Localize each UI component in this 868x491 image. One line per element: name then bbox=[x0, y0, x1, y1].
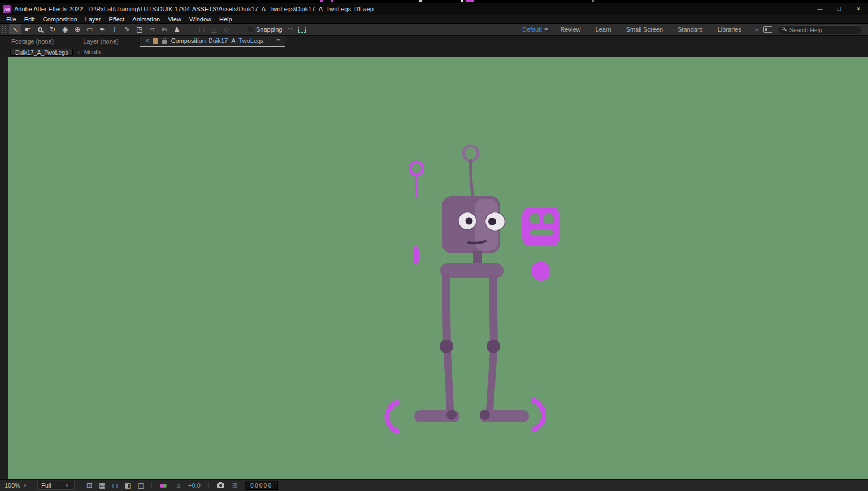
robot-right-pupil bbox=[488, 218, 496, 225]
roto-brush-tool-icon[interactable]: ✄ bbox=[158, 24, 171, 34]
comp-color-label-icon bbox=[153, 38, 158, 44]
snapshot-camera-icon[interactable] bbox=[217, 483, 224, 488]
workspace-libraries[interactable]: Libraries bbox=[710, 26, 749, 33]
snap-options-icon[interactable]: ◠ bbox=[288, 26, 293, 33]
menu-edit[interactable]: Edit bbox=[20, 16, 39, 23]
panel-grip-handle[interactable] bbox=[2, 26, 6, 33]
search-help-container bbox=[778, 24, 862, 34]
menu-effect[interactable]: Effect bbox=[105, 16, 128, 23]
robot-right-shin[interactable] bbox=[489, 346, 494, 415]
left-foot-controller-icon[interactable] bbox=[387, 402, 397, 431]
mask-visibility-icon[interactable]: ◻ bbox=[108, 481, 121, 489]
close-button[interactable]: ✕ bbox=[849, 3, 868, 15]
robot-right-knee[interactable] bbox=[487, 340, 500, 353]
zoom-level-dropdown[interactable]: 100% bbox=[5, 482, 20, 489]
artifact-dash bbox=[320, 0, 323, 2]
snapping-checkbox[interactable] bbox=[248, 27, 253, 32]
snapping-toggle[interactable]: Snapping ◠ bbox=[248, 26, 306, 33]
composition-viewport[interactable] bbox=[8, 57, 868, 479]
workspace-review[interactable]: Review bbox=[553, 26, 588, 33]
tab-layer[interactable]: Layer (none) bbox=[76, 38, 125, 45]
title-bar: Ae Adobe After Effects 2022 - D:\RxLab\T… bbox=[0, 3, 868, 15]
pixel-aspect-icon[interactable]: ◫ bbox=[134, 481, 147, 489]
zoom-caret-icon[interactable]: ∨ bbox=[23, 483, 27, 488]
workspace-default[interactable]: Default bbox=[515, 26, 544, 33]
navigator-parent-comp[interactable]: Mouth bbox=[84, 49, 101, 55]
rotation-tool-icon[interactable]: ↻ bbox=[46, 24, 59, 34]
menu-layer[interactable]: Layer bbox=[81, 16, 105, 23]
circle-controller-icon[interactable] bbox=[531, 262, 550, 281]
view-axis-mode-icon: ◇ bbox=[220, 24, 233, 34]
robot-right-ankle[interactable] bbox=[480, 410, 490, 420]
zoom-tool-icon[interactable] bbox=[34, 24, 46, 34]
robot-left-knee[interactable] bbox=[440, 340, 453, 353]
menu-composition[interactable]: Composition bbox=[39, 16, 81, 23]
footage-tab-state: (none) bbox=[36, 38, 54, 45]
panel-tab-bar: Footage (none) Layer (none) × Compositio… bbox=[0, 36, 868, 47]
clone-stamp-tool-icon[interactable]: ◳ bbox=[133, 24, 146, 34]
window-title: Adobe After Effects 2022 - D:\RxLab\Trai… bbox=[14, 6, 374, 12]
app-logo-icon: Ae bbox=[3, 5, 11, 13]
layer-tab-label: Layer bbox=[83, 38, 99, 45]
pan-behind-tool-icon[interactable]: ⊕ bbox=[71, 24, 84, 34]
panel-menu-icon[interactable]: ≡ bbox=[276, 37, 280, 45]
robot-character[interactable] bbox=[414, 146, 529, 422]
lollipop-controller-icon[interactable] bbox=[410, 162, 423, 175]
transparency-grid-icon[interactable]: ▦ bbox=[96, 481, 108, 489]
status-bar: 100% ∨ Full ∨ ⊡ ▦ ◻ ◧ ◫ ☼ +0,0 ⊞ 00000 bbox=[0, 479, 868, 491]
robot-antenna-stem[interactable] bbox=[470, 160, 472, 197]
window-controls: — ❐ ✕ bbox=[810, 3, 868, 15]
right-foot-controller-icon[interactable] bbox=[533, 401, 544, 429]
menu-animation[interactable]: Animation bbox=[128, 16, 164, 23]
composition-canvas bbox=[8, 57, 868, 479]
robot-antenna-ball[interactable] bbox=[463, 146, 478, 160]
lock-icon[interactable] bbox=[162, 40, 167, 44]
layer-tab-state: (none) bbox=[101, 38, 119, 45]
hand-tool-icon[interactable]: ☛ bbox=[21, 24, 34, 34]
close-tab-icon[interactable]: × bbox=[145, 37, 149, 45]
workspace-overflow-chevron-icon[interactable]: » bbox=[749, 26, 763, 33]
timecode-field[interactable]: 00000 bbox=[245, 481, 278, 490]
region-of-interest-icon[interactable]: ◧ bbox=[121, 481, 134, 489]
divider bbox=[208, 482, 209, 489]
workspace-small-screen[interactable]: Small Screen bbox=[619, 26, 670, 33]
channels-icon[interactable] bbox=[160, 483, 168, 489]
marquee-capture-icon[interactable] bbox=[298, 27, 306, 33]
workspace-learn[interactable]: Learn bbox=[588, 26, 618, 33]
screen-top-strip bbox=[0, 0, 868, 3]
exposure-value[interactable]: +0,0 bbox=[188, 482, 201, 489]
robot-left-ankle[interactable] bbox=[446, 410, 457, 420]
pen-tool-icon[interactable]: ✒ bbox=[96, 24, 108, 34]
selection-tool-icon[interactable]: ↖ bbox=[9, 24, 21, 34]
adjust-exposure-icon[interactable]: ☼ bbox=[172, 481, 185, 489]
robot-right-thigh[interactable] bbox=[493, 277, 494, 346]
minimize-button[interactable]: — bbox=[810, 3, 830, 15]
menu-help[interactable]: Help bbox=[215, 16, 236, 23]
robot-left-thigh[interactable] bbox=[446, 277, 447, 346]
puppet-tool-icon[interactable]: ♟ bbox=[171, 24, 183, 34]
shape-tool-icon[interactable]: ▭ bbox=[84, 24, 96, 34]
menu-file[interactable]: File bbox=[2, 16, 20, 23]
divider bbox=[33, 482, 33, 489]
menu-view[interactable]: View bbox=[164, 16, 185, 23]
type-tool-icon[interactable]: T bbox=[108, 24, 121, 34]
robot-left-shin[interactable] bbox=[447, 346, 450, 415]
workspace-menu-icon[interactable]: ≡ bbox=[544, 26, 553, 33]
tab-footage[interactable]: Footage (none) bbox=[0, 38, 60, 45]
search-help-input[interactable] bbox=[778, 25, 862, 34]
camera-tool-icon[interactable]: ◉ bbox=[59, 24, 71, 34]
workspace-switcher-icon[interactable] bbox=[763, 26, 772, 33]
workspace-standard[interactable]: Standard bbox=[670, 26, 710, 33]
menu-window[interactable]: Window bbox=[185, 16, 215, 23]
mouth-controller-icon[interactable] bbox=[522, 207, 560, 246]
divider bbox=[151, 482, 152, 489]
tab-composition[interactable]: × Composition Duik17_A_TwoLegs ≡ bbox=[140, 36, 285, 47]
navigator-current-comp[interactable]: Duik17_A_TwoLegs bbox=[10, 49, 73, 56]
eraser-tool-icon[interactable]: ▱ bbox=[146, 24, 158, 34]
restore-button[interactable]: ❐ bbox=[830, 3, 849, 15]
resolution-dropdown[interactable]: Full ∨ bbox=[37, 481, 75, 490]
show-snapshot-icon[interactable]: ⊞ bbox=[229, 481, 241, 489]
pill-controller-icon[interactable] bbox=[413, 246, 419, 265]
view-layout-icon[interactable]: ⊡ bbox=[83, 481, 96, 489]
brush-tool-icon[interactable]: ✎ bbox=[121, 24, 133, 34]
